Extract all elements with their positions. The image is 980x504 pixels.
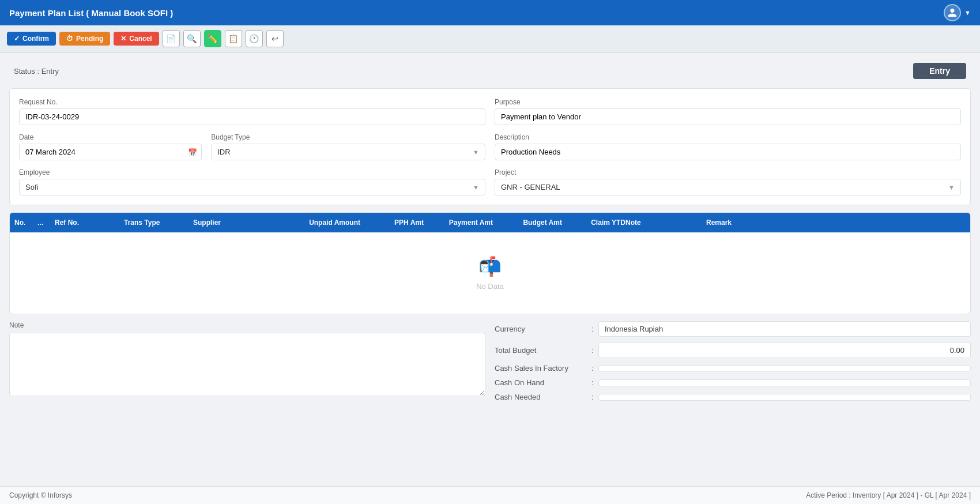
currency-row: Currency : Indonesia Rupiah bbox=[495, 321, 971, 337]
cash-on-hand-label: Cash On Hand bbox=[495, 378, 587, 387]
col-no: No. bbox=[14, 219, 37, 227]
main-form-card: Request No. Date 📅 Budget Type bbox=[9, 88, 971, 205]
budget-type-select[interactable]: IDR ▼ bbox=[211, 144, 485, 160]
cash-needed-label: Cash Needed bbox=[495, 393, 587, 401]
col-budget: Budget Amt bbox=[493, 219, 562, 227]
note-textarea[interactable] bbox=[9, 333, 485, 396]
cash-needed-value bbox=[598, 394, 971, 401]
col-remark: Remark bbox=[706, 219, 966, 227]
no-data-area: 📬 No Data bbox=[10, 232, 970, 314]
pending-button[interactable]: ⏱ Pending bbox=[59, 32, 110, 46]
cash-sales-row: Cash Sales In Factory : bbox=[495, 364, 971, 373]
copy-icon-button[interactable]: 📋 bbox=[225, 30, 242, 47]
purpose-label: Purpose bbox=[495, 98, 961, 106]
check-icon: ✓ bbox=[14, 35, 20, 43]
main-content: Status : Entry Entry Request No. Date 📅 bbox=[0, 52, 980, 421]
col-pph: PPH Amt bbox=[360, 219, 424, 227]
chevron-down-icon: ▼ bbox=[964, 9, 971, 16]
description-label: Description bbox=[495, 133, 961, 141]
header-user[interactable]: ▼ bbox=[944, 4, 971, 21]
search-icon-button[interactable]: 🔍 bbox=[183, 30, 201, 47]
note-label: Note bbox=[9, 321, 485, 329]
cash-sales-value bbox=[598, 365, 971, 372]
app-title: Payment Plan List ( Manual Book SOFI ) bbox=[9, 8, 173, 18]
status-label: Status : Entry bbox=[14, 67, 59, 76]
request-no-label: Request No. bbox=[19, 98, 485, 106]
right-col: Purpose Description Project GNR - GENERA… bbox=[495, 98, 961, 195]
date-label: Date bbox=[19, 133, 202, 141]
employee-label: Employee bbox=[19, 168, 485, 176]
total-budget-label: Total Budget bbox=[495, 346, 587, 355]
clock-icon: ⏱ bbox=[66, 35, 73, 43]
chevron-down-icon: ▼ bbox=[473, 184, 479, 191]
summary-section: Currency : Indonesia Rupiah Total Budget… bbox=[495, 321, 971, 407]
no-data-icon: 📬 bbox=[478, 255, 502, 277]
calendar-icon: 📅 bbox=[188, 148, 197, 156]
cancel-button[interactable]: ✕ Cancel bbox=[114, 32, 159, 46]
cash-on-hand-value bbox=[598, 379, 971, 386]
cash-sales-label: Cash Sales In Factory bbox=[495, 364, 587, 373]
col-payment: Payment Amt bbox=[424, 219, 493, 227]
employee-value: Sofi bbox=[25, 183, 38, 191]
document-icon-button[interactable]: 📄 bbox=[163, 30, 180, 47]
status-bar: Status : Entry Entry bbox=[9, 59, 971, 82]
edit-icon-button[interactable]: ✏️ bbox=[204, 30, 221, 47]
col-dot: ... bbox=[37, 219, 55, 227]
left-col: Request No. Date 📅 Budget Type bbox=[19, 98, 485, 195]
times-icon: ✕ bbox=[120, 35, 126, 43]
col-unpaid: Unpaid Amount bbox=[285, 219, 360, 227]
cash-needed-row: Cash Needed : bbox=[495, 393, 971, 401]
chevron-down-icon: ▼ bbox=[948, 184, 955, 191]
col-note: Note bbox=[625, 219, 706, 227]
user-avatar[interactable] bbox=[944, 4, 961, 21]
date-input[interactable] bbox=[19, 144, 202, 160]
bottom-section: Note Currency : Indonesia Rupiah Total B… bbox=[9, 321, 971, 407]
entry-badge: Entry bbox=[913, 63, 966, 79]
col-transtype: Trans Type bbox=[124, 219, 193, 227]
data-table: No. ... Ref No. Trans Type Supplier Unpa… bbox=[9, 212, 971, 314]
table-header: No. ... Ref No. Trans Type Supplier Unpa… bbox=[10, 213, 970, 232]
budget-type-label: Budget Type bbox=[211, 133, 485, 141]
total-budget-value: 0.00 bbox=[598, 343, 971, 358]
employee-select[interactable]: Sofi ▼ bbox=[19, 179, 485, 195]
currency-value: Indonesia Rupiah bbox=[598, 321, 971, 337]
currency-label: Currency bbox=[495, 325, 587, 333]
chevron-down-icon: ▼ bbox=[473, 149, 479, 156]
back-icon-button[interactable]: ↩ bbox=[266, 30, 284, 47]
history-icon-button[interactable]: 🕐 bbox=[246, 30, 263, 47]
toolbar: ✓ Confirm ⏱ Pending ✕ Cancel 📄 🔍 ✏️ 📋 🕐 … bbox=[0, 25, 980, 52]
project-value: GNR - GENERAL bbox=[501, 183, 560, 191]
project-label: Project bbox=[495, 168, 961, 176]
note-section: Note bbox=[9, 321, 485, 407]
col-supplier: Supplier bbox=[193, 219, 285, 227]
total-budget-row: Total Budget : 0.00 bbox=[495, 343, 971, 358]
description-input[interactable] bbox=[495, 144, 961, 160]
col-claim: Claim YTD bbox=[562, 219, 625, 227]
request-no-input[interactable] bbox=[19, 108, 485, 125]
app-header: Payment Plan List ( Manual Book SOFI ) ▼ bbox=[0, 0, 980, 25]
budget-type-value: IDR bbox=[217, 148, 230, 156]
project-select[interactable]: GNR - GENERAL ▼ bbox=[495, 179, 961, 195]
confirm-button[interactable]: ✓ Confirm bbox=[7, 32, 56, 46]
no-data-text: No Data bbox=[476, 282, 504, 291]
purpose-input[interactable] bbox=[495, 108, 961, 125]
col-refno: Ref No. bbox=[55, 219, 124, 227]
cash-on-hand-row: Cash On Hand : bbox=[495, 378, 971, 387]
